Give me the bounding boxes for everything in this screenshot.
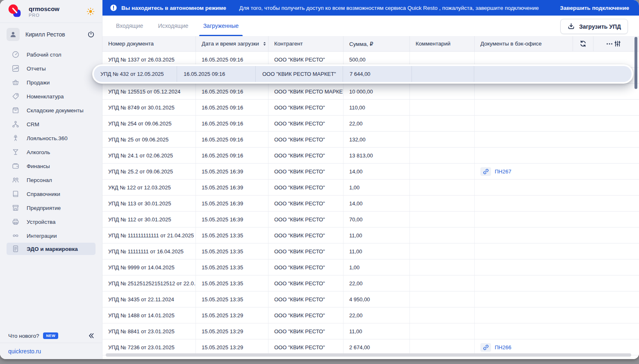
sidebar-item-label: ЭДО и маркировка [27, 246, 78, 252]
sidebar-item-label: Отчеты [27, 66, 46, 72]
new-badge: NEW [43, 332, 58, 339]
backoffice-cell [475, 307, 573, 323]
backoffice-cell [475, 132, 573, 147]
sidebar-item-label: Алкоголь [27, 149, 50, 155]
warehouse-box-icon [11, 106, 20, 114]
sidebar-item-5[interactable]: Складские документы [0, 103, 102, 117]
table-row[interactable]: УПД № 9999 от 14.04.202515.05.2025 13:35… [102, 259, 639, 275]
sidebar-item-1[interactable]: Рабочий стол [0, 48, 102, 61]
table-row[interactable]: УПД № 24.1 от 02.06.202516.05.2025 09:16… [102, 148, 639, 164]
sidebar-item-8[interactable]: Алкоголь [0, 145, 102, 159]
dragged-upload-date: 16.05.2025 09:16 [177, 66, 256, 82]
comment-cell [410, 275, 475, 291]
table-row[interactable]: УКД № 122 от 12.03.202515.05.2025 16:39О… [102, 180, 639, 196]
row-filler [573, 84, 639, 99]
quickresto-logo-icon [7, 3, 24, 20]
comment-cell [410, 164, 475, 179]
reports-icon [11, 64, 20, 73]
sort-icon[interactable] [262, 41, 267, 47]
backoffice-cell[interactable]: ПН267 [475, 164, 573, 179]
backoffice-doc-link[interactable]: ПН267 [495, 168, 511, 175]
tab-2[interactable]: Исходящие [154, 16, 192, 36]
collapse-icon[interactable] [87, 332, 95, 339]
sidebar-item-4[interactable]: Номенклатура [0, 89, 102, 103]
table-row[interactable]: УПД № 113 от 30.01.202515.05.2025 16:39О… [102, 196, 639, 212]
sidebar-item-11[interactable]: Справочники [0, 187, 102, 201]
vertical-scrollbar[interactable] [634, 37, 637, 89]
backoffice-doc-link[interactable]: ПН266 [495, 344, 511, 350]
table-row[interactable]: УПД № 25 от 09.06.202516.05.2025 09:16ОО… [102, 132, 639, 148]
table-row[interactable]: УПД № 8749 от 30.01.202516.05.2025 09:16… [102, 100, 639, 116]
upload-date-cell: 16.05.2025 09:16 [196, 132, 268, 147]
sidebar-item-3[interactable]: Продажи [0, 75, 102, 89]
martini-icon [11, 148, 20, 156]
refresh-icon[interactable] [579, 39, 587, 48]
row-filler [573, 180, 639, 195]
more-icon[interactable] [605, 40, 614, 48]
sidebar-item-7[interactable]: Лояльность.360 [0, 131, 102, 145]
finish-connection-button[interactable]: Завершить подключение [560, 5, 629, 11]
whats-new-link[interactable]: Что нового? [8, 333, 39, 339]
sidebar-item-12[interactable]: Предприятие [0, 201, 102, 215]
sidebar-item-9[interactable]: Финансы [0, 159, 102, 173]
sidebar-item-label: Рабочий стол [27, 52, 61, 58]
sum-cell: 11,00 [343, 228, 410, 243]
site-link[interactable]: quickresto.ru [8, 348, 41, 355]
doc-number-cell: УПД № 125515 от 05.12.2024 [102, 84, 196, 99]
table-row[interactable]: УПД № 8841 от 23.01.202515.05.2025 13:29… [102, 323, 639, 339]
table-row[interactable]: УПД № 112 от 30.01.202515.05.2025 16:39О… [102, 212, 639, 228]
doc-number-cell: УПД № 3435 от 22.11.2024 [102, 291, 196, 307]
doc-number-cell: УПД № 25 от 09.06.2025 [102, 132, 196, 147]
dragged-row[interactable]: УПД № 432 от 12.05.2025 16.05.2025 09:16… [92, 64, 633, 84]
sidebar-item-14[interactable]: Интеграции [0, 229, 102, 243]
upload-upd-button[interactable]: Загрузить УПД [560, 19, 628, 34]
sidebar-item-6[interactable]: CRM [0, 117, 102, 131]
doc-number-cell: УПД № 11111111 от 16.04.2025 [102, 243, 196, 259]
main-area: Вы находитесь в автономном режиме Для то… [102, 0, 639, 359]
table-row[interactable]: УПД № 125515 от 05.12.202416.05.2025 09:… [102, 84, 639, 100]
table-row[interactable]: УПД № 254 от 09.06.202516.05.2025 09:16О… [102, 116, 639, 132]
contractor-cell: ООО "КВИК РЕСТО" [268, 212, 343, 227]
user-row[interactable]: Кирилл Рестов [0, 25, 102, 43]
row-filler [573, 275, 639, 291]
row-filler [573, 196, 639, 211]
alert-icon [110, 4, 117, 11]
table-row[interactable]: УПД № 2512512521512512 от 22.0…15.05.202… [102, 275, 639, 291]
tab-1[interactable]: Входящие [112, 16, 147, 36]
upload-date-cell: 15.05.2025 13:29 [196, 323, 268, 339]
sidebar-item-label: Устройства [27, 219, 56, 225]
backoffice-cell[interactable]: ПН266 [475, 339, 573, 355]
horizontal-scrollbar[interactable] [106, 353, 631, 357]
banner-title: Вы находитесь в автономном режиме [121, 5, 226, 11]
backoffice-cell [475, 323, 573, 339]
sum-cell: 4 950,00 [343, 291, 410, 307]
filter-icon[interactable] [614, 40, 621, 48]
dragged-row-inner: УПД № 432 от 12.05.2025 16.05.2025 09:16… [94, 66, 632, 82]
comment-cell [410, 228, 475, 243]
table-row[interactable]: УПД № 1488 от 14.01.202515.05.2025 13:29… [102, 307, 639, 323]
upload-date-cell: 15.05.2025 16:39 [196, 164, 268, 179]
table-row[interactable]: УПД № 3435 от 22.11.202415.05.2025 13:35… [102, 291, 639, 307]
table-row[interactable]: УПД № 111111111111 от 21.04.202515.05.20… [102, 228, 639, 243]
power-icon[interactable] [86, 30, 96, 39]
comment-cell [410, 339, 475, 355]
sidebar-item-13[interactable]: Устройства [0, 215, 102, 229]
backoffice-cell [475, 291, 573, 307]
column-header-2[interactable]: Дата и время загрузки [196, 36, 268, 51]
printer-icon [11, 218, 20, 226]
doc-number-cell: УПД № 9999 от 14.04.2025 [102, 259, 196, 275]
sidebar-item-15[interactable]: ЭДО и маркировка [7, 243, 96, 255]
backoffice-cell [475, 275, 573, 291]
sidebar-item-2[interactable]: Отчеты [0, 61, 102, 75]
upload-date-cell: 15.05.2025 16:39 [196, 196, 268, 211]
sum-cell: 14,00 [343, 196, 410, 211]
contractor-cell: ООО "КВИК РЕСТО" [268, 259, 343, 275]
sun-icon[interactable] [86, 7, 96, 16]
doc-number-cell: УПД № 24.1 от 02.06.2025 [102, 148, 196, 163]
table-row[interactable]: УПД № 11111111 от 16.04.202515.05.2025 1… [102, 243, 639, 259]
upload-date-cell: 15.05.2025 16:39 [196, 180, 268, 195]
table-row[interactable]: УПД № 25.2 от 09.06.202515.05.2025 16:39… [102, 164, 639, 180]
sidebar-item-10[interactable]: Персонал [0, 173, 102, 187]
tab-3[interactable]: Загруженные [199, 16, 243, 36]
doc-number-cell: УПД № 112 от 30.01.2025 [102, 212, 196, 227]
